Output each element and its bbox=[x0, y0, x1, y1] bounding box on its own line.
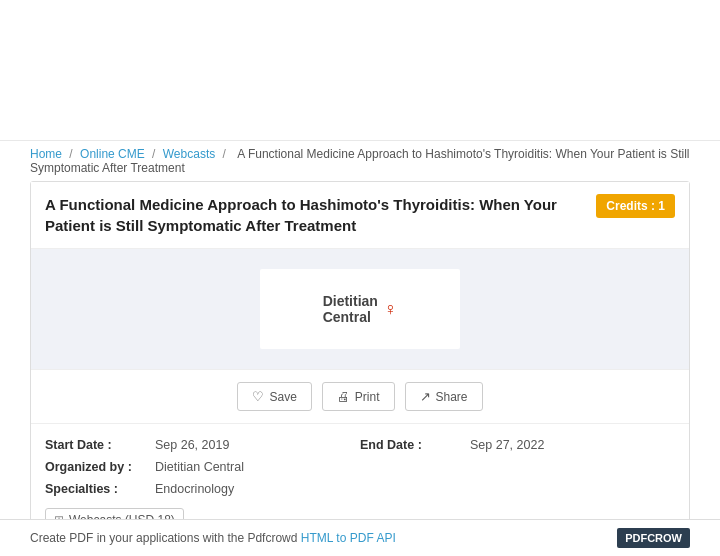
logo-text-line1: DietitianCentral bbox=[323, 293, 378, 325]
breadcrumb-home[interactable]: Home bbox=[30, 147, 62, 161]
organized-label: Organized by : bbox=[45, 460, 155, 474]
footer-link[interactable]: HTML to PDF API bbox=[301, 531, 396, 545]
organized-row: Organized by : Dietitian Central bbox=[45, 460, 675, 474]
action-row: ♡ Save 🖨 Print ↗ Share bbox=[31, 369, 689, 423]
date-row: Start Date : Sep 26, 2019 End Date : Sep… bbox=[45, 438, 675, 452]
breadcrumb-webcasts[interactable]: Webcasts bbox=[163, 147, 215, 161]
breadcrumb: Home / Online CME / Webcasts / A Functio… bbox=[0, 140, 720, 181]
save-button[interactable]: ♡ Save bbox=[237, 382, 311, 411]
heart-icon: ♡ bbox=[252, 389, 264, 404]
share-icon: ↗ bbox=[420, 389, 431, 404]
breadcrumb-separator-1: / bbox=[69, 147, 72, 161]
specialties-value: Endocrinology bbox=[155, 482, 234, 496]
logo-container: DietitianCentral ♀ bbox=[260, 269, 460, 349]
end-date-value: Sep 27, 2022 bbox=[470, 438, 544, 452]
share-button[interactable]: ↗ Share bbox=[405, 382, 483, 411]
start-date-label: Start Date : bbox=[45, 438, 155, 452]
specialties-row: Specialties : Endocrinology bbox=[45, 482, 675, 496]
specialties-label: Specialties : bbox=[45, 482, 155, 496]
organized-value: Dietitian Central bbox=[155, 460, 244, 474]
logo-icon: ♀ bbox=[384, 299, 398, 320]
title-row: A Functional Medicine Approach to Hashim… bbox=[31, 182, 689, 249]
start-date-col: Start Date : Sep 26, 2019 bbox=[45, 438, 360, 452]
breadcrumb-online-cme[interactable]: Online CME bbox=[80, 147, 145, 161]
top-space bbox=[0, 0, 720, 140]
save-label: Save bbox=[269, 390, 296, 404]
print-icon: 🖨 bbox=[337, 389, 350, 404]
print-button[interactable]: 🖨 Print bbox=[322, 382, 395, 411]
share-label: Share bbox=[436, 390, 468, 404]
footer-bar: Create PDF in your applications with the… bbox=[0, 519, 720, 556]
credits-badge: Credits : 1 bbox=[596, 194, 675, 218]
footer-brand: PDFCROW bbox=[617, 528, 690, 548]
page-title: A Functional Medicine Approach to Hashim… bbox=[45, 194, 584, 236]
breadcrumb-separator-2: / bbox=[152, 147, 159, 161]
image-area: DietitianCentral ♀ bbox=[31, 249, 689, 369]
breadcrumb-separator-3: / bbox=[223, 147, 230, 161]
start-date-value: Sep 26, 2019 bbox=[155, 438, 229, 452]
logo: DietitianCentral ♀ bbox=[323, 293, 398, 325]
footer-text: Create PDF in your applications with the… bbox=[30, 531, 396, 545]
print-label: Print bbox=[355, 390, 380, 404]
end-date-label: End Date : bbox=[360, 438, 470, 452]
main-card: A Functional Medicine Approach to Hashim… bbox=[30, 181, 690, 556]
end-date-col: End Date : Sep 27, 2022 bbox=[360, 438, 675, 452]
